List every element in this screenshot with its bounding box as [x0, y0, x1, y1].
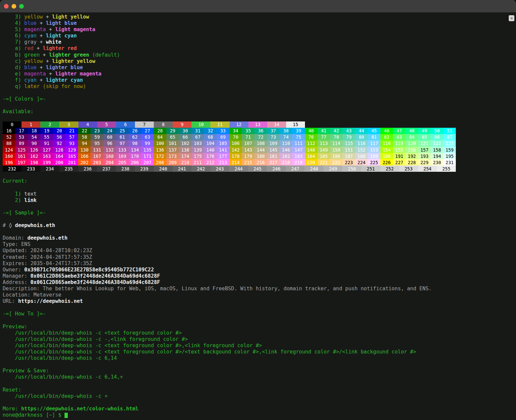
palette-cell: 101 — [166, 140, 179, 147]
palette-cell: 108 — [254, 140, 267, 147]
text-segment: blue — [24, 20, 36, 26]
text-segment: f) — [3, 77, 24, 83]
palette-cell: 117 — [368, 140, 380, 147]
minimize-button[interactable] — [12, 4, 16, 9]
palette-cell: 249 — [323, 165, 342, 172]
scrollbar-button[interactable]: ≡ — [509, 15, 514, 21]
palette-cell: 246 — [267, 165, 286, 172]
palette-cell: 203 — [91, 159, 103, 165]
palette-cell: 109 — [267, 140, 280, 147]
text-segment: (default) — [89, 52, 120, 58]
palette-cell: 27 — [141, 128, 154, 134]
terminal-line: Reset: — [3, 387, 516, 393]
palette-cell: 96 — [104, 140, 116, 147]
text-segment: Updated: 2024-04-28T10:02:23Z — [3, 248, 92, 254]
text-segment: -=[ How To ]=- — [3, 311, 46, 317]
text-segment: blue — [24, 65, 36, 70]
zoom-button[interactable] — [19, 4, 24, 9]
palette-cell: 94 — [78, 140, 91, 147]
palette-cell: 9 — [173, 121, 192, 128]
text-segment: -=[ Sample ]=- — [3, 210, 46, 216]
text-segment: yellow — [24, 58, 43, 64]
text-segment: a) — [3, 45, 24, 51]
palette-cell: 76 — [305, 134, 318, 140]
palette-cell: 87 — [443, 134, 456, 140]
palette-cell: 165 — [65, 153, 78, 159]
text-segment: # — [3, 222, 9, 228]
text-segment: c) — [3, 58, 24, 64]
text-segment: ◊ — [9, 222, 15, 228]
palette-row: 1241251261271281291301311321331341351361… — [3, 147, 456, 153]
palette-cell: 197 — [15, 159, 28, 165]
palette-cell: 8 — [154, 121, 173, 128]
palette-cell: 82 — [380, 134, 393, 140]
terminal-line: 3) yellow + light yellow — [3, 14, 516, 20]
palette-cell: 66 — [179, 134, 192, 140]
palette-cell: 166 — [78, 153, 91, 159]
terminal-line: # ◊ deepwhois.eth — [3, 222, 516, 229]
palette-cell: 133 — [116, 147, 129, 153]
palette-cell: 88 — [3, 140, 15, 147]
palette-cell: 122 — [431, 140, 443, 147]
terminal-line: d) blue + lighter blue — [3, 65, 516, 71]
terminal-line: Current: — [3, 178, 516, 184]
palette-cell: 187 — [343, 153, 355, 159]
palette-cell: 201 — [65, 159, 78, 165]
text-segment: + — [37, 39, 46, 45]
palette-cell: 61 — [116, 134, 129, 140]
terminal-line: 2) link — [3, 197, 516, 204]
palette-cell: 86 — [431, 134, 443, 140]
palette-cell: 140 — [204, 147, 217, 153]
palette-cell: 51 — [443, 128, 456, 134]
palette-cell: 111 — [292, 140, 305, 147]
palette-row: 1617181920212223242526272829303132333435… — [3, 128, 456, 134]
palette-cell: 93 — [65, 140, 78, 147]
palette-cell: 64 — [154, 134, 166, 140]
palette-cell: 75 — [292, 134, 305, 140]
palette-cell: 255 — [437, 165, 456, 172]
palette-cell: 119 — [393, 140, 406, 147]
terminal-output: 3) yellow + light yellow 4) blue + light… — [3, 14, 516, 418]
palette-cell: 173 — [166, 153, 179, 159]
palette-cell: 19 — [40, 128, 53, 134]
palette-cell: 113 — [318, 140, 330, 147]
palette-cell: 136 — [154, 147, 166, 153]
terminal-line: /usr/local/bin/deep-whois -c + — [3, 393, 516, 399]
palette-cell: 131 — [91, 147, 103, 153]
palette-cell: 184 — [305, 153, 318, 159]
palette-cell: 221 — [318, 159, 330, 165]
palette-cell: 92 — [53, 140, 65, 147]
terminal-line: /usr/local/bin/deep-whois -c <text foreg… — [3, 349, 516, 355]
palette-cell: 24 — [104, 128, 116, 134]
palette-cell: 144 — [254, 147, 267, 153]
palette-cell: 209 — [166, 159, 179, 165]
palette-cell: 115 — [343, 140, 355, 147]
text-segment: Owner: — [3, 267, 24, 273]
palette-cell: 141 — [217, 147, 229, 153]
text-segment: Location: Metaverse — [3, 292, 61, 298]
text-segment: green — [24, 52, 40, 58]
palette-cell: 229 — [418, 159, 431, 165]
palette-cell: 156 — [406, 147, 418, 153]
text-segment: 0x39B71c705066E23E27B58e8c95405b772C109C… — [24, 267, 154, 273]
palette-cell: 95 — [91, 140, 103, 147]
palette-cell: 84 — [406, 134, 418, 140]
text-segment: + — [37, 65, 46, 70]
palette-cell: 21 — [65, 128, 78, 134]
palette-cell: 167 — [91, 153, 103, 159]
text-segment: lighter green — [49, 52, 89, 58]
terminal-line — [3, 229, 516, 235]
palette-cell: 2 — [40, 121, 59, 128]
palette-cell: 200 — [53, 159, 65, 165]
palette-cell: 128 — [53, 147, 65, 153]
text-segment: /usr/local/bin/deep-whois -c <text foreg… — [3, 343, 262, 349]
close-button[interactable] — [4, 4, 9, 9]
text-segment: link — [24, 197, 36, 203]
palette-cell: 155 — [393, 147, 406, 153]
text-segment: Created: 2024-04-26T17:57:35Z — [3, 254, 92, 260]
text-segment: More: — [3, 406, 21, 412]
text-segment: https://deepwhois.net/color-whois.html — [21, 406, 139, 412]
palette-cell: 23 — [91, 128, 103, 134]
terminal-line — [3, 216, 516, 222]
terminal-line: 7) gray + white — [3, 39, 516, 45]
